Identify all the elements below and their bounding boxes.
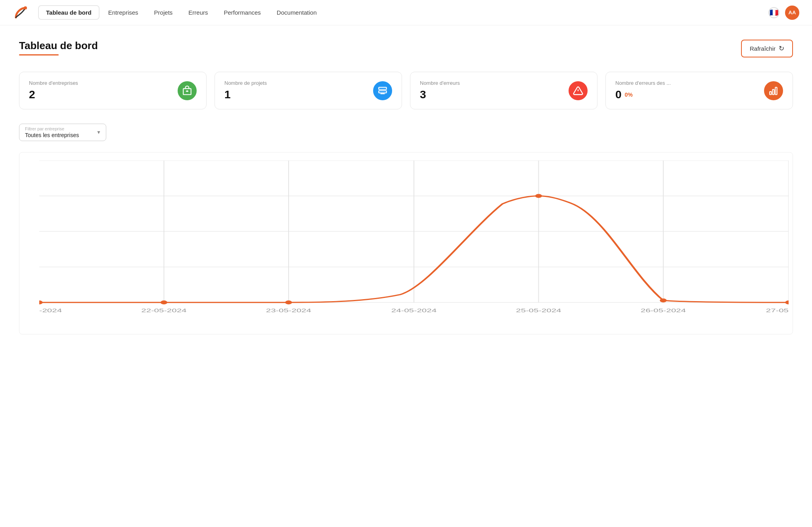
nav-item-documentation[interactable]: Documentation [270,6,324,19]
stat-card-entreprises: Nombre d'entreprises 2 [19,72,207,109]
stat-icon-entreprises [178,81,197,100]
stat-value-erreurs-pct: 0 0% [615,88,671,101]
logo [13,5,29,21]
stat-label-erreurs-pct: Nombre d'erreurs des ... [615,80,671,86]
stat-label-entreprises: Nombre d'entreprises [29,80,78,86]
stat-card-erreurs-pct: Nombre d'erreurs des ... 0 0% [605,72,793,109]
nav-item-entreprises[interactable]: Entreprises [101,6,146,19]
svg-text:25-05-2024: 25-05-2024 [516,307,561,313]
nav-item-performances[interactable]: Performances [216,6,268,19]
svg-rect-9 [770,92,771,95]
page-title-underline [19,54,59,55]
stat-value-projets: 1 [224,88,267,101]
svg-text:24-05-2024: 24-05-2024 [391,307,437,313]
stat-cards: Nombre d'entreprises 2 Nombre de projets… [19,72,793,109]
svg-point-0 [24,6,27,10]
svg-rect-11 [775,87,777,94]
svg-text:21-05-2024: 21-05-2024 [39,307,62,313]
nav-item-erreurs[interactable]: Erreurs [181,6,215,19]
filter-value: Toutes les entreprises [25,132,100,138]
chart-container: 0 1 2 3 4 21-05-2024 22-05-2024 23-05-20… [19,152,793,334]
chart-point-1 [161,300,167,304]
nav-items: Tableau de bord Entreprises Projets Erre… [38,5,765,20]
stat-value-erreurs: 3 [420,88,460,101]
stat-card-projets: Nombre de projets 1 [214,72,402,109]
svg-rect-4 [379,87,387,89]
stat-icon-erreurs [569,81,588,100]
stat-pct-badge: 0% [625,92,633,98]
svg-rect-10 [772,89,774,94]
stat-icon-projets [373,81,392,100]
chart-point-0 [39,300,43,304]
stat-value-entreprises: 2 [29,88,78,101]
svg-text:22-05-2024: 22-05-2024 [141,307,186,313]
filter-row: Filtrer par entreprise Toutes les entrep… [19,124,793,141]
page-title: Tableau de bord [19,40,98,52]
chart-point-2 [285,300,292,304]
svg-text:26-05-2024: 26-05-2024 [641,307,686,313]
navbar: Tableau de bord Entreprises Projets Erre… [0,0,812,25]
navbar-right: 🇫🇷 AA [768,6,799,20]
stat-label-erreurs: Nombre d'erreurs [420,80,460,86]
main-content: Tableau de bord Rafraîchir ↻ Nombre d'en… [0,25,812,349]
enterprise-filter[interactable]: Filtrer par entreprise Toutes les entrep… [19,124,106,141]
page-title-wrap: Tableau de bord [19,40,98,55]
user-avatar[interactable]: AA [785,6,799,20]
filter-label: Filtrer par entreprise [25,126,100,131]
chevron-down-icon: ▼ [96,130,101,135]
chart-point-6 [785,300,789,304]
chart-point-peak [535,194,542,198]
nav-item-projets[interactable]: Projets [147,6,180,19]
line-chart: 0 1 2 3 4 21-05-2024 22-05-2024 23-05-20… [39,160,789,318]
svg-text:27-05-2024: 27-05-2024 [766,307,789,313]
nav-item-tableau-de-bord[interactable]: Tableau de bord [38,5,100,20]
stat-label-projets: Nombre de projets [224,80,267,86]
svg-text:23-05-2024: 23-05-2024 [266,307,311,313]
page-header: Tableau de bord Rafraîchir ↻ [19,40,793,57]
refresh-icon: ↻ [779,44,784,53]
stat-icon-erreurs-pct [764,81,783,100]
refresh-label: Rafraîchir [750,45,776,52]
refresh-button[interactable]: Rafraîchir ↻ [741,40,793,57]
svg-rect-5 [379,91,387,93]
chart-point-5 [660,298,666,302]
stat-card-erreurs: Nombre d'erreurs 3 [410,72,598,109]
language-flag[interactable]: 🇫🇷 [768,7,779,18]
